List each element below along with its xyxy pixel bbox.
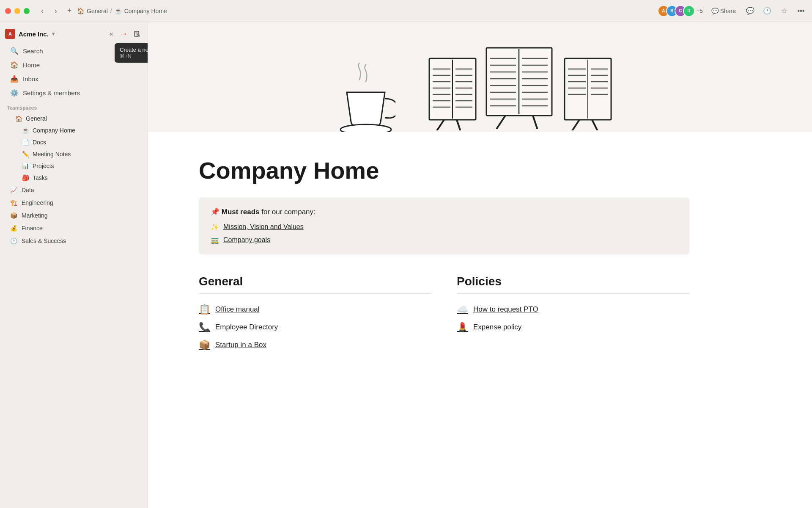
arrow-indicator: → — [119, 28, 128, 39]
avatar: D — [683, 5, 695, 17]
svg-line-46 — [571, 120, 579, 130]
finance-icon: 💰 — [10, 225, 17, 232]
must-reads-box: 📌 Must reads for our company: ✨ Mission,… — [199, 197, 689, 254]
collapse-sidebar-button[interactable]: « — [105, 28, 117, 40]
train-icon: 🚃 — [211, 236, 219, 244]
pto-icon: ☁️ — [457, 304, 468, 315]
hero-illustration — [182, 37, 778, 132]
meeting-notes-icon: ✏️ — [22, 151, 29, 157]
policies-section: Policies ☁️ How to request PTO 💄 Expense… — [457, 275, 689, 357]
employee-directory-icon: 📞 — [199, 322, 210, 333]
share-button[interactable]: 💬 Share — [708, 6, 739, 16]
breadcrumb-general[interactable]: General — [87, 8, 108, 14]
share-icon: 💬 — [711, 8, 719, 14]
maximize-button[interactable] — [24, 8, 30, 14]
add-page-button[interactable]: + — [63, 5, 75, 17]
sidebar-item-sales[interactable]: 🕐 Sales & Success — [3, 235, 144, 247]
close-button[interactable] — [5, 8, 11, 14]
hero-section — [148, 22, 812, 132]
new-page-button[interactable] — [131, 28, 143, 40]
marketing-icon: 📦 — [10, 212, 17, 219]
page-title: Company Home — [199, 157, 689, 184]
docs-icon: 📄 — [22, 139, 29, 146]
engineering-icon: 🏗️ — [10, 199, 17, 206]
svg-point-7 — [340, 124, 391, 132]
expense-policy-link[interactable]: 💄 Expense policy — [457, 322, 689, 333]
sidebar-item-search[interactable]: 🔍 Search — [3, 44, 144, 58]
sidebar-item-tasks[interactable]: 🎒 Tasks — [3, 172, 144, 183]
sidebar-item-inbox[interactable]: 📥 Inbox — [3, 72, 144, 86]
sales-icon: 🕐 — [10, 237, 17, 244]
sidebar-item-settings[interactable]: ⚙️ Settings & members — [3, 86, 144, 99]
employee-directory-link[interactable]: 📞 Employee Directory — [199, 322, 431, 333]
projects-icon: 📊 — [22, 163, 29, 169]
sidebar-item-home[interactable]: 🏠 Home — [3, 58, 144, 72]
main-layout: A Acme Inc. ▾ « → — [0, 22, 812, 508]
page-body: Company Home 📌 Must reads for our compan… — [148, 132, 740, 391]
inbox-icon: 📥 — [10, 75, 19, 83]
svg-line-27 — [533, 116, 537, 128]
sidebar-item-marketing[interactable]: 📦 Marketing — [3, 210, 144, 221]
sidebar: A Acme Inc. ▾ « → — [0, 22, 148, 508]
coffee-cup-illustration — [336, 63, 395, 132]
home-icon: 🏠 — [10, 61, 19, 69]
minimize-button[interactable] — [14, 8, 20, 14]
search-icon: 🔍 — [10, 47, 19, 55]
svg-line-26 — [497, 116, 505, 128]
breadcrumb: 🏠 General / ☕ Company Home — [77, 8, 167, 14]
workspace-chevron-icon: ▾ — [52, 31, 55, 37]
general-section-heading: General — [199, 275, 431, 294]
data-icon: 📈 — [10, 187, 17, 193]
sparkles-icon: ✨ — [211, 223, 219, 231]
office-manual-icon: 📋 — [199, 304, 210, 315]
title-right: A B C D +5 💬 Share 💬 🕐 ☆ ••• — [658, 5, 807, 17]
startup-icon: 📦 — [199, 340, 210, 351]
must-reads-title: 📌 Must reads for our company: — [211, 207, 678, 216]
title-bar: ‹ › + 🏠 General / ☕ Company Home A B C D… — [0, 0, 812, 22]
must-reads-link-mvv[interactable]: ✨ Mission, Vision and Values — [211, 223, 678, 231]
workspace-name[interactable]: A Acme Inc. ▾ — [5, 29, 55, 39]
sidebar-item-data[interactable]: 📈 Data — [3, 184, 144, 196]
books-illustration — [412, 46, 624, 132]
must-reads-link-goals[interactable]: 🚃 Company goals — [211, 236, 678, 244]
back-button[interactable]: ‹ — [36, 5, 48, 17]
general-section: General 📋 Office manual 📞 Employee Direc… — [199, 275, 431, 357]
title-nav: ‹ › + 🏠 General / ☕ Company Home — [36, 5, 654, 17]
avatar-group: A B C D +5 — [658, 5, 703, 17]
sidebar-item-engineering[interactable]: 🏗️ Engineering — [3, 197, 144, 209]
sections-grid: General 📋 Office manual 📞 Employee Direc… — [199, 275, 689, 357]
breadcrumb-page-icon: ☕ — [115, 8, 122, 14]
workspace-logo: A — [5, 29, 15, 39]
settings-icon: ⚙️ — [10, 89, 19, 97]
sidebar-item-meeting-notes[interactable]: ✏️ Meeting Notes — [3, 149, 144, 160]
pin-icon: 📌 — [211, 208, 222, 216]
sidebar-item-projects[interactable]: 📊 Projects — [3, 160, 144, 171]
home-icon: 🏠 — [77, 8, 84, 14]
startup-in-a-box-link[interactable]: 📦 Startup in a Box — [199, 340, 431, 351]
expense-icon: 💄 — [457, 322, 468, 333]
more-button[interactable]: ••• — [795, 5, 807, 17]
company-home-icon: ☕ — [22, 127, 29, 134]
general-icon: 🏠 — [15, 115, 22, 122]
sidebar-item-company-home[interactable]: ☕ Company Home — [3, 125, 144, 136]
page-content-area: Company Home 📌 Must reads for our compan… — [148, 22, 812, 508]
sidebar-item-docs[interactable]: 📄 Docs — [3, 137, 144, 148]
pto-link[interactable]: ☁️ How to request PTO — [457, 304, 689, 315]
history-button[interactable]: 🕐 — [761, 5, 773, 17]
breadcrumb-page-title[interactable]: Company Home — [124, 8, 167, 14]
forward-button[interactable]: › — [50, 5, 62, 17]
teamspaces-label: Teamspaces — [0, 100, 148, 113]
svg-line-8 — [436, 120, 444, 130]
comment-button[interactable]: 💬 — [744, 5, 756, 17]
sidebar-item-general[interactable]: 🏠 General — [3, 113, 144, 124]
favorite-button[interactable]: ☆ — [778, 5, 790, 17]
office-manual-link[interactable]: 📋 Office manual — [199, 304, 431, 315]
breadcrumb-separator: / — [110, 8, 112, 14]
policies-section-heading: Policies — [457, 275, 689, 294]
sidebar-header: A Acme Inc. ▾ « → — [0, 25, 148, 42]
tasks-icon: 🎒 — [22, 174, 29, 181]
svg-line-9 — [457, 120, 461, 130]
svg-line-47 — [592, 120, 598, 130]
avatar-count: +5 — [697, 8, 703, 14]
sidebar-item-finance[interactable]: 💰 Finance — [3, 222, 144, 234]
